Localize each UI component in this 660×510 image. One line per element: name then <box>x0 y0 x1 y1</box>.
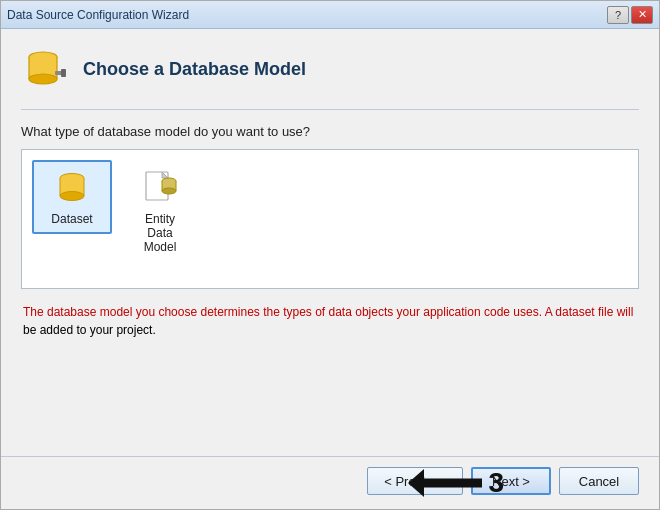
title-bar: Data Source Configuration Wizard ? ✕ <box>1 1 659 29</box>
dataset-cylinder-icon <box>52 168 92 208</box>
footer: < Previous Next > 3 Cancel <box>1 456 659 509</box>
dataset-label: Dataset <box>51 212 92 226</box>
question-label: What type of database model do you want … <box>21 124 639 139</box>
svg-point-16 <box>162 188 176 194</box>
database-icon <box>21 45 69 93</box>
dataset-option[interactable]: Dataset <box>32 160 112 234</box>
title-bar-buttons: ? ✕ <box>607 6 653 24</box>
svg-rect-6 <box>61 69 66 77</box>
header-divider <box>21 109 639 110</box>
window-title: Data Source Configuration Wizard <box>7 8 189 22</box>
arrow-annotation: 3 <box>422 469 504 497</box>
entity-data-model-icon <box>140 168 180 208</box>
svg-point-9 <box>60 192 84 201</box>
annotation-number: 3 <box>488 469 504 497</box>
info-description: The database model you choose determines… <box>21 303 639 339</box>
help-button[interactable]: ? <box>607 6 629 24</box>
main-content: Choose a Database Model What type of dat… <box>1 29 659 456</box>
info-text-black: be added to your project. <box>23 323 156 337</box>
info-text-red: The database model you choose determines… <box>23 305 633 319</box>
page-title: Choose a Database Model <box>83 59 306 80</box>
model-selection-area: Dataset Entity DataModel <box>21 149 639 289</box>
header-section: Choose a Database Model <box>21 45 639 93</box>
cancel-button[interactable]: Cancel <box>559 467 639 495</box>
close-button[interactable]: ✕ <box>631 6 653 24</box>
wizard-window: Data Source Configuration Wizard ? ✕ Cho… <box>0 0 660 510</box>
entity-data-model-label: Entity DataModel <box>132 212 188 254</box>
entity-data-model-option[interactable]: Entity DataModel <box>120 160 200 262</box>
svg-point-2 <box>29 74 57 84</box>
